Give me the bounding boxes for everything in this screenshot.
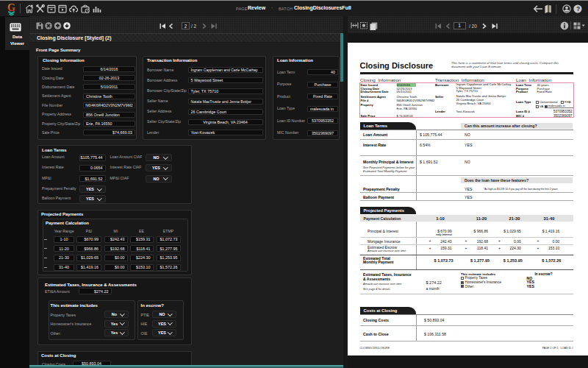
svg-text:?: ? bbox=[576, 5, 580, 13]
